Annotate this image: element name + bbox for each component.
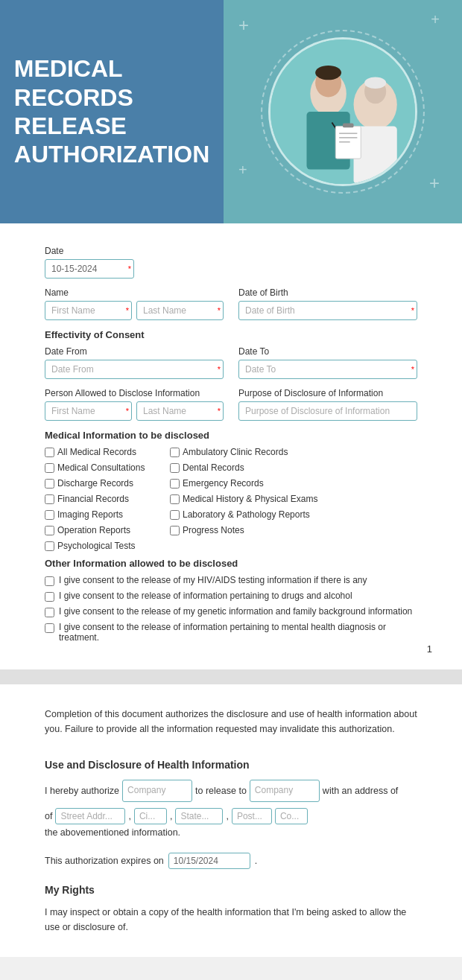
purpose-col: Purpose of Disclosure of Information	[238, 388, 417, 421]
my-rights-title: My Rights	[45, 884, 417, 896]
consent-drugs[interactable]	[45, 592, 54, 602]
date-from-col: Date From *	[45, 346, 224, 379]
first-name-input[interactable]	[45, 301, 132, 320]
person-first-input[interactable]	[45, 401, 132, 421]
first-name-wrapper: *	[45, 301, 132, 320]
expires-date-input[interactable]	[174, 856, 241, 866]
date-from-input[interactable]	[45, 360, 224, 379]
plus-icon-tl: +	[431, 11, 440, 28]
state-wrapper	[175, 808, 223, 824]
checkbox-label: Discharge Records	[57, 478, 133, 489]
name-inputs: * *	[45, 301, 224, 320]
consent-label: I give consent to the release of informa…	[59, 622, 417, 643]
date-to-col: Date To *	[238, 346, 417, 379]
name-label: Name	[45, 287, 224, 298]
checkbox-progress[interactable]	[170, 526, 180, 535]
checkbox-ambulatory[interactable]	[170, 448, 180, 457]
checkbox-item: Imaging Reports	[45, 509, 164, 520]
checkbox-label: Ambulatory Clinic Records	[183, 447, 288, 457]
authorize-text1: I hereby authorize	[45, 783, 119, 800]
checkbox-label: Progress Notes	[183, 525, 244, 535]
checkbox-operation[interactable]	[45, 526, 54, 535]
checkbox-label: Medical Consultations	[57, 462, 145, 473]
checkbox-medical-history[interactable]	[170, 494, 180, 504]
person-last-input[interactable]	[136, 401, 224, 421]
page-number: 1	[427, 643, 432, 655]
checkbox-all-medical[interactable]	[45, 448, 54, 457]
checkbox-item: Ambulatory Clinic Records	[170, 447, 289, 457]
checkbox-label: Medical History & Physical Exams	[183, 494, 317, 504]
person-last-star: *	[218, 407, 221, 416]
use-disclosure-title: Use and Disclosure of Health Information	[45, 759, 417, 771]
date-from-wrapper: *	[45, 360, 224, 379]
svg-rect-11	[343, 124, 354, 128]
other-info-title: Other Information allowed to be disclose…	[45, 558, 417, 569]
checkbox-label: Dental Records	[183, 462, 244, 473]
consent-genetic[interactable]	[45, 608, 54, 617]
address-line: of , , , the abovementioned information.	[45, 808, 417, 838]
city-wrapper	[134, 808, 167, 824]
date-from-label: Date From	[45, 346, 224, 357]
authorize-text2: to release to	[195, 783, 247, 800]
my-rights-text: I may inspect or obtain a copy of the he…	[45, 905, 417, 935]
country-input[interactable]	[280, 811, 303, 821]
dob-label: Date of Birth	[238, 287, 417, 298]
header-left: MEDICALRECORDSRELEASEAUTHORIZATION	[0, 0, 224, 223]
expires-text2: .	[255, 856, 257, 866]
page-title: MEDICALRECORDSRELEASEAUTHORIZATION	[14, 54, 209, 169]
checkbox-discharge[interactable]	[45, 479, 54, 489]
date-group: Date *	[45, 246, 417, 279]
company2-input-wrapper	[250, 780, 320, 802]
checkbox-label: Laboratory & Pathology Reports	[183, 509, 310, 520]
consent-item: I give consent to the release of informa…	[45, 591, 417, 602]
name-col: Name * *	[45, 287, 224, 320]
person-purpose-row: Person Allowed to Disclose Information *…	[45, 388, 417, 421]
date-to-input[interactable]	[238, 360, 417, 379]
checkbox-label: All Medical Records	[57, 447, 136, 457]
abovementioned-text: the abovementioned information.	[45, 827, 180, 838]
consent-item: I give consent to the release of my HIV/…	[45, 575, 417, 586]
company1-input[interactable]	[127, 785, 187, 795]
city-input[interactable]	[139, 811, 162, 821]
dob-input[interactable]	[238, 301, 417, 320]
checkbox-item: Dental Records	[170, 462, 289, 473]
checkbox-item: Discharge Records	[45, 478, 164, 489]
company2-input[interactable]	[255, 785, 314, 795]
checkbox-imaging[interactable]	[45, 510, 54, 520]
dob-star: *	[411, 306, 414, 315]
checkbox-psychological[interactable]	[45, 541, 54, 551]
post-input[interactable]	[237, 811, 267, 821]
checkbox-item: Emergency Records	[170, 478, 289, 489]
state-input[interactable]	[180, 811, 218, 821]
date-required-star: *	[128, 264, 131, 273]
doctor-image	[268, 37, 417, 186]
checkbox-lab[interactable]	[170, 510, 180, 520]
of-text: of	[45, 811, 52, 821]
checkbox-item: Operation Reports	[45, 525, 164, 535]
consent-item: I give consent to the release of informa…	[45, 622, 417, 643]
consent-hiv[interactable]	[45, 576, 54, 586]
authorize-text3: with an address of	[323, 783, 398, 800]
header-right: + +	[224, 0, 462, 223]
checkbox-dental[interactable]	[170, 463, 180, 473]
comma1: ,	[128, 811, 130, 821]
purpose-label: Purpose of Disclosure of Information	[238, 388, 417, 398]
date-to-label: Date To	[238, 346, 417, 357]
checkbox-label: Imaging Reports	[57, 509, 123, 520]
consent-mental-health[interactable]	[45, 623, 54, 633]
post-wrapper	[232, 808, 272, 824]
country-wrapper	[275, 808, 308, 824]
purpose-input[interactable]	[238, 401, 417, 421]
date-input[interactable]	[45, 259, 134, 279]
checkbox-label: Financial Records	[57, 494, 129, 504]
medical-checkboxes: All Medical Records Ambulatory Clinic Re…	[45, 447, 417, 553]
checkbox-emergency[interactable]	[170, 479, 180, 489]
authorize-line-1: I hereby authorize to release to with an…	[45, 780, 417, 802]
street-input[interactable]	[60, 811, 120, 821]
street-wrapper	[55, 808, 125, 824]
plus-icon-br: +	[238, 162, 247, 179]
checkbox-medical-consult[interactable]	[45, 463, 54, 473]
medical-info-title: Medical Information to be disclosed	[45, 430, 417, 441]
last-name-input[interactable]	[136, 301, 224, 320]
checkbox-financial[interactable]	[45, 494, 54, 504]
